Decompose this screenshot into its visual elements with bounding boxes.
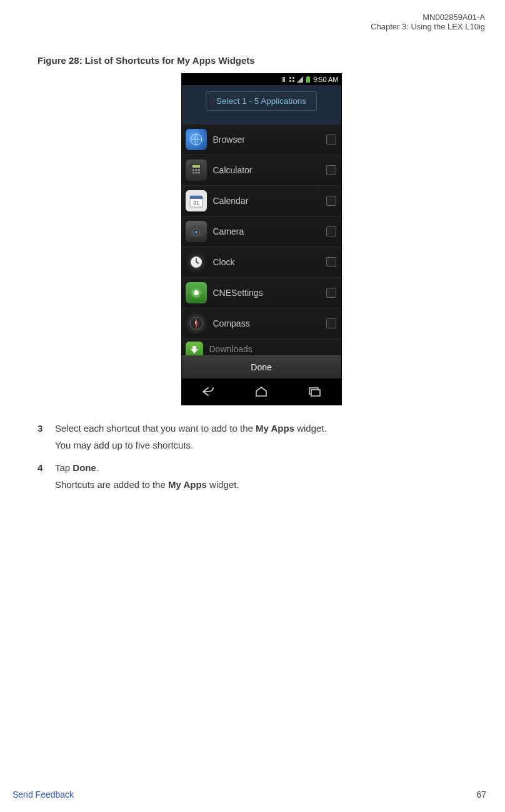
svg-rect-11 — [192, 169, 194, 171]
app-label: Downloads — [209, 344, 336, 354]
list-item[interactable]: Clock — [182, 247, 341, 278]
svg-rect-18 — [190, 196, 202, 199]
debug-icon — [289, 76, 295, 83]
steps: 3 Select each shortcut that you want to … — [38, 422, 485, 498]
step-follow: You may add up to five shortcuts. — [55, 439, 485, 453]
svg-rect-14 — [192, 172, 194, 174]
checkbox[interactable] — [326, 196, 336, 206]
checkbox[interactable] — [326, 165, 336, 175]
step-follow: Shortcuts are added to the My Apps widge… — [55, 478, 485, 492]
calendar-icon: 31 — [186, 190, 207, 211]
list-item[interactable]: Downloads — [182, 339, 341, 355]
signal-icon — [297, 76, 303, 83]
svg-rect-7 — [308, 76, 309, 77]
list-item[interactable]: Browser — [182, 124, 341, 155]
page-content: Figure 28: List of Shortcuts for My Apps… — [38, 55, 485, 500]
list-item[interactable]: CNESettings — [182, 278, 341, 308]
app-list[interactable]: Browser Calculator 31 Calendar — [182, 124, 341, 355]
downloads-icon — [186, 342, 203, 355]
step-text: Tap Done. — [55, 461, 485, 475]
home-icon[interactable] — [248, 384, 276, 399]
svg-rect-0 — [282, 77, 285, 82]
checkbox[interactable] — [326, 226, 336, 236]
app-label: Camera — [213, 226, 326, 236]
select-banner: Select 1 - 5 Applications — [182, 85, 341, 124]
svg-point-23 — [194, 231, 198, 234]
svg-marker-32 — [191, 346, 198, 353]
svg-rect-15 — [195, 172, 197, 174]
step-body: Tap Done. Shortcuts are added to the My … — [55, 461, 485, 498]
step-4: 4 Tap Done. Shortcuts are added to the M… — [38, 461, 485, 498]
checkbox[interactable] — [326, 134, 336, 145]
calculator-icon — [186, 160, 207, 181]
usb-icon — [281, 76, 287, 83]
svg-rect-34 — [311, 390, 320, 396]
compass-icon — [186, 313, 207, 334]
svg-marker-5 — [297, 76, 303, 83]
svg-rect-16 — [198, 172, 200, 174]
browser-icon — [186, 129, 207, 150]
status-time: 9:50 AM — [313, 76, 338, 83]
svg-point-28 — [194, 290, 199, 295]
nav-bar — [182, 378, 341, 405]
svg-rect-12 — [195, 169, 197, 171]
cne-icon — [186, 282, 207, 303]
svg-rect-1 — [289, 77, 291, 79]
list-item[interactable]: Compass — [182, 308, 341, 339]
camera-icon — [186, 221, 207, 242]
checkbox[interactable] — [326, 288, 336, 298]
step-3: 3 Select each shortcut that you want to … — [38, 422, 485, 459]
checkbox[interactable] — [326, 257, 336, 267]
recent-icon[interactable] — [301, 384, 329, 399]
app-label: Browser — [213, 134, 326, 145]
figure-image: 9:50 AM Select 1 - 5 Applications Browse… — [38, 73, 485, 405]
app-label: Compass — [213, 318, 326, 328]
app-label: CNESettings — [213, 288, 326, 298]
back-icon[interactable] — [194, 384, 222, 399]
svg-rect-2 — [292, 77, 294, 79]
battery-icon — [305, 76, 311, 83]
phone-screenshot: 9:50 AM Select 1 - 5 Applications Browse… — [181, 73, 342, 405]
svg-rect-3 — [289, 80, 291, 82]
step-text: Select each shortcut that you want to ad… — [55, 422, 485, 436]
step-number: 3 — [38, 422, 46, 459]
app-label: Clock — [213, 257, 326, 267]
done-button[interactable]: Done — [182, 355, 341, 378]
list-item[interactable]: 31 Calendar — [182, 186, 341, 216]
status-bar: 9:50 AM — [182, 74, 341, 85]
send-feedback-link[interactable]: Send Feedback — [12, 789, 74, 799]
select-banner-text: Select 1 - 5 Applications — [206, 91, 317, 111]
checkbox[interactable] — [326, 318, 336, 328]
chapter-title: Chapter 3: Using the LEX L10ig — [371, 22, 485, 31]
svg-rect-6 — [306, 77, 310, 83]
page-header: MN002859A01-A Chapter 3: Using the LEX L… — [371, 13, 485, 31]
page-footer: Send Feedback 67 — [12, 789, 486, 799]
app-label: Calendar — [213, 196, 326, 206]
clock-icon — [186, 251, 207, 273]
step-number: 4 — [38, 461, 46, 498]
page-number: 67 — [476, 789, 486, 799]
list-item[interactable]: Calculator — [182, 155, 341, 186]
svg-rect-13 — [198, 169, 200, 171]
svg-rect-21 — [192, 226, 196, 228]
list-item[interactable]: Camera — [182, 216, 341, 247]
svg-text:31: 31 — [192, 200, 199, 206]
step-body: Select each shortcut that you want to ad… — [55, 422, 485, 459]
svg-rect-10 — [192, 165, 200, 168]
app-label: Calculator — [213, 165, 326, 175]
doc-id: MN002859A01-A — [371, 13, 485, 22]
figure-caption: Figure 28: List of Shortcuts for My Apps… — [38, 55, 485, 66]
svg-rect-4 — [292, 80, 294, 82]
